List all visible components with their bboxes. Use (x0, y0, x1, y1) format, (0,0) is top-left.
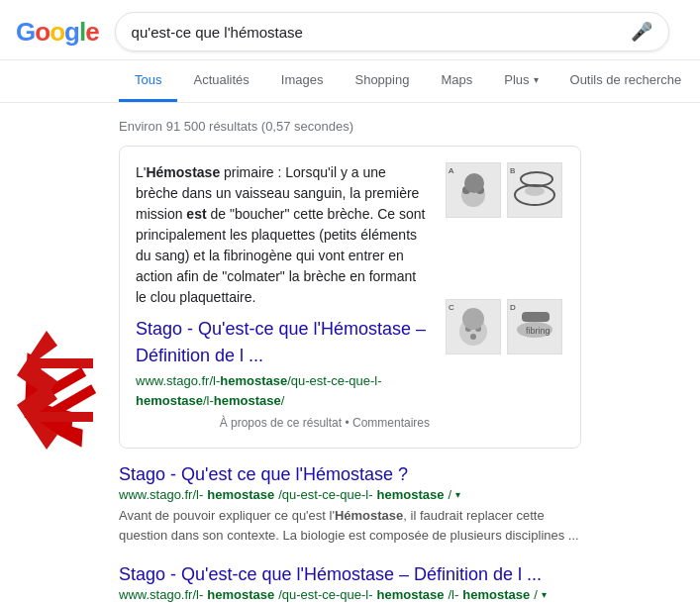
mic-icon[interactable]: 🎤 (631, 21, 652, 43)
result-item-2: Stago - Qu'est-ce que l'Hémostase – Défi… (119, 564, 581, 604)
svg-text:fibring: fibring (526, 326, 550, 336)
nav-tabs: Tous Actualités Images Shopping Maps Plu… (0, 60, 700, 103)
google-logo: Google (16, 17, 99, 48)
svg-point-18 (470, 334, 476, 340)
tab-maps[interactable]: Maps (425, 60, 488, 102)
svg-text:D: D (510, 303, 516, 312)
svg-point-12 (525, 186, 545, 196)
svg-rect-4 (447, 163, 500, 217)
result-1-url: www.stago.fr/l-hemostase/qu-est-ce-que-l… (119, 487, 581, 502)
svg-marker-3 (17, 384, 93, 450)
result-item-1: Stago - Qu'est ce que l'Hémostase ? www.… (119, 464, 581, 545)
svg-point-6 (461, 183, 485, 207)
result-1-title-link[interactable]: Stago - Qu'est ce que l'Hémostase ? (119, 464, 581, 485)
tab-outils[interactable]: Outils de recherche (554, 60, 698, 102)
snippet-image-d: D fibring (507, 299, 562, 354)
search-bar[interactable]: qu'est-ce que l'hémostase 🎤 (115, 12, 669, 51)
tab-actualites[interactable]: Actualités (177, 60, 264, 102)
tab-images[interactable]: Images (265, 60, 340, 102)
snippet-image-b: B (507, 162, 562, 218)
featured-url: www.stago.fr/l-hemostase/qu-est-ce-que-l… (136, 371, 430, 410)
about-result-link[interactable]: À propos de ce résultat (220, 416, 342, 430)
results-count: Environ 91 500 résultats (0,57 secondes) (119, 111, 581, 146)
snippet-images: A B C (446, 162, 564, 432)
featured-snippet: L'Hémostase primaire : Lorsqu'il y a une… (119, 146, 581, 449)
tab-tous[interactable]: Tous (119, 60, 177, 102)
svg-point-7 (462, 186, 470, 194)
featured-title-link[interactable]: Stago - Qu'est-ce que l'Hémostase – Défi… (136, 316, 430, 369)
snippet-image-a: A (446, 162, 501, 218)
about-row: À propos de ce résultat • Commentaires (136, 414, 430, 432)
featured-link-area: Stago - Qu'est-ce que l'Hémostase – Défi… (136, 316, 430, 410)
svg-point-17 (475, 326, 481, 332)
result-1-snippet: Avant de pouvoir expliquer ce qu'est l'H… (119, 506, 581, 545)
svg-point-15 (459, 318, 487, 346)
svg-marker-2 (17, 331, 93, 396)
snippet-hemostase-bold: Hémostase (146, 164, 220, 180)
result-2-title-link[interactable]: Stago - Qu'est-ce que l'Hémostase – Défi… (119, 564, 581, 585)
svg-point-8 (476, 186, 484, 194)
dropdown-arrow-icon[interactable]: ▾ (455, 489, 460, 500)
svg-point-16 (465, 326, 471, 332)
snippet-image-c: C (446, 299, 501, 354)
comments-link[interactable]: Commentaires (352, 416, 430, 430)
tab-plus[interactable]: Plus ▾ (488, 60, 553, 102)
snippet-l: L' (136, 164, 146, 180)
red-arrow-graphic (12, 321, 111, 463)
search-input[interactable]: qu'est-ce que l'hémostase (132, 24, 631, 41)
result-2-url: www.stago.fr/l-hemostase/qu-est-ce-que-l… (119, 587, 581, 602)
header: Google qu'est-ce que l'hémostase 🎤 (0, 0, 700, 60)
dropdown-arrow-icon-2[interactable]: ▾ (542, 589, 547, 600)
snippet-text: L'Hémostase primaire : Lorsqu'il y a une… (136, 162, 430, 432)
tab-shopping[interactable]: Shopping (339, 60, 425, 102)
svg-text:A: A (449, 166, 454, 175)
chevron-down-icon: ▾ (534, 74, 539, 85)
svg-text:C: C (449, 303, 454, 312)
svg-text:B: B (510, 166, 515, 175)
